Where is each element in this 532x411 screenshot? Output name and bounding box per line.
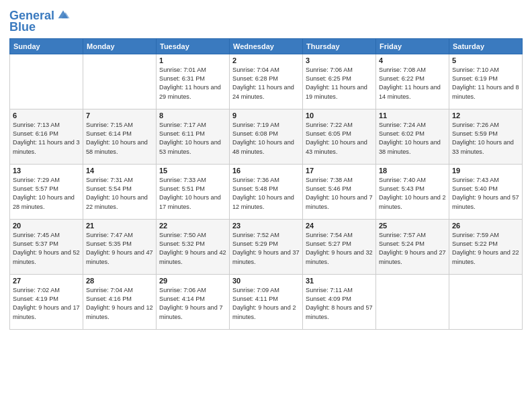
calendar-cell: 27Sunrise: 7:02 AMSunset: 4:19 PMDayligh…: [10, 274, 83, 329]
day-number: 30: [232, 277, 300, 285]
day-number: 19: [452, 167, 519, 175]
calendar-cell: 5Sunrise: 7:10 AMSunset: 6:19 PMDaylight…: [449, 54, 523, 109]
day-number: 9: [232, 111, 300, 120]
day-info: Sunrise: 7:40 AMSunset: 5:43 PMDaylight:…: [379, 176, 446, 212]
day-info: Sunrise: 7:52 AMSunset: 5:29 PMDaylight:…: [232, 231, 300, 267]
calendar-weekday-thursday: Thursday: [303, 38, 376, 54]
calendar-cell: [83, 54, 157, 109]
calendar-cell: [376, 274, 449, 329]
day-number: 24: [306, 222, 373, 230]
calendar-weekday-monday: Monday: [83, 38, 157, 54]
calendar-week-row: 6Sunrise: 7:13 AMSunset: 6:16 PMDaylight…: [10, 109, 523, 164]
day-info: Sunrise: 7:17 AMSunset: 6:11 PMDaylight:…: [159, 121, 226, 156]
day-number: 16: [232, 167, 300, 175]
day-info: Sunrise: 7:06 AMSunset: 4:14 PMDaylight:…: [159, 286, 226, 322]
day-info: Sunrise: 7:47 AMSunset: 5:35 PMDaylight:…: [86, 231, 153, 267]
day-info: Sunrise: 7:13 AMSunset: 6:16 PMDaylight:…: [13, 121, 80, 156]
calendar-weekday-wednesday: Wednesday: [230, 38, 303, 54]
calendar-cell: 18Sunrise: 7:40 AMSunset: 5:43 PMDayligh…: [376, 164, 449, 219]
calendar-week-row: 1Sunrise: 7:01 AMSunset: 6:31 PMDaylight…: [10, 54, 523, 109]
calendar-cell: 19Sunrise: 7:43 AMSunset: 5:40 PMDayligh…: [449, 164, 523, 219]
calendar-cell: 1Sunrise: 7:01 AMSunset: 6:31 PMDaylight…: [157, 54, 230, 109]
day-info: Sunrise: 7:50 AMSunset: 5:32 PMDaylight:…: [159, 231, 226, 267]
day-info: Sunrise: 7:57 AMSunset: 5:24 PMDaylight:…: [379, 231, 446, 267]
calendar-cell: 26Sunrise: 7:59 AMSunset: 5:22 PMDayligh…: [449, 219, 523, 274]
day-number: 18: [379, 167, 446, 175]
calendar-cell: 3Sunrise: 7:06 AMSunset: 6:25 PMDaylight…: [303, 54, 376, 109]
day-number: 5: [452, 56, 519, 64]
day-number: 3: [306, 56, 373, 64]
calendar-cell: 8Sunrise: 7:17 AMSunset: 6:11 PMDaylight…: [157, 109, 230, 164]
day-number: 20: [13, 222, 80, 230]
day-info: Sunrise: 7:06 AMSunset: 6:25 PMDaylight:…: [306, 66, 373, 101]
day-number: 31: [306, 277, 373, 285]
calendar-weekday-sunday: Sunday: [10, 38, 83, 54]
calendar-cell: 14Sunrise: 7:31 AMSunset: 5:54 PMDayligh…: [83, 164, 157, 219]
day-info: Sunrise: 7:01 AMSunset: 6:31 PMDaylight:…: [159, 66, 226, 101]
calendar-cell: 13Sunrise: 7:29 AMSunset: 5:57 PMDayligh…: [10, 164, 83, 219]
calendar-cell: [10, 54, 83, 109]
logo: General Blue: [9, 9, 71, 34]
calendar-week-row: 27Sunrise: 7:02 AMSunset: 4:19 PMDayligh…: [10, 274, 523, 329]
day-info: Sunrise: 7:24 AMSunset: 6:02 PMDaylight:…: [379, 121, 446, 156]
calendar-cell: 10Sunrise: 7:22 AMSunset: 6:05 PMDayligh…: [303, 109, 376, 164]
day-number: 25: [379, 222, 446, 230]
day-number: 8: [159, 111, 226, 120]
calendar-cell: 20Sunrise: 7:45 AMSunset: 5:37 PMDayligh…: [10, 219, 83, 274]
calendar-cell: 12Sunrise: 7:26 AMSunset: 5:59 PMDayligh…: [449, 109, 523, 164]
day-number: 26: [452, 222, 519, 230]
day-info: Sunrise: 7:22 AMSunset: 6:05 PMDaylight:…: [306, 121, 373, 156]
day-info: Sunrise: 7:29 AMSunset: 5:57 PMDaylight:…: [13, 176, 80, 212]
day-number: 23: [232, 222, 300, 230]
day-number: 1: [159, 56, 226, 64]
day-info: Sunrise: 7:11 AMSunset: 4:09 PMDaylight:…: [306, 286, 373, 322]
calendar-cell: 28Sunrise: 7:04 AMSunset: 4:16 PMDayligh…: [83, 274, 157, 329]
calendar-cell: 29Sunrise: 7:06 AMSunset: 4:14 PMDayligh…: [157, 274, 230, 329]
day-info: Sunrise: 7:04 AMSunset: 6:28 PMDaylight:…: [232, 66, 300, 101]
calendar-cell: 24Sunrise: 7:54 AMSunset: 5:27 PMDayligh…: [303, 219, 376, 274]
day-info: Sunrise: 7:26 AMSunset: 5:59 PMDaylight:…: [452, 121, 519, 156]
day-number: 14: [86, 167, 153, 175]
calendar-cell: 30Sunrise: 7:09 AMSunset: 4:11 PMDayligh…: [230, 274, 303, 329]
calendar-cell: 31Sunrise: 7:11 AMSunset: 4:09 PMDayligh…: [303, 274, 376, 329]
day-number: 27: [13, 277, 80, 285]
page-container: General Blue SundayMondayTuesdayWednesda…: [0, 0, 532, 336]
logo-icon: [56, 7, 71, 22]
day-number: 11: [379, 111, 446, 120]
day-number: 29: [159, 277, 226, 285]
day-number: 15: [159, 167, 226, 175]
day-info: Sunrise: 7:15 AMSunset: 6:14 PMDaylight:…: [86, 121, 153, 156]
day-info: Sunrise: 7:59 AMSunset: 5:22 PMDaylight:…: [452, 231, 519, 267]
day-number: 2: [232, 56, 300, 64]
day-number: 21: [86, 222, 153, 230]
day-info: Sunrise: 7:09 AMSunset: 4:11 PMDaylight:…: [232, 286, 300, 322]
day-number: 12: [452, 111, 519, 120]
calendar-cell: 16Sunrise: 7:36 AMSunset: 5:48 PMDayligh…: [230, 164, 303, 219]
calendar-weekday-saturday: Saturday: [449, 38, 523, 54]
calendar-weekday-tuesday: Tuesday: [157, 38, 230, 54]
day-info: Sunrise: 7:04 AMSunset: 4:16 PMDaylight:…: [86, 286, 153, 322]
day-info: Sunrise: 7:08 AMSunset: 6:22 PMDaylight:…: [379, 66, 446, 101]
day-info: Sunrise: 7:54 AMSunset: 5:27 PMDaylight:…: [306, 231, 373, 267]
day-number: 17: [306, 167, 373, 175]
day-number: 4: [379, 56, 446, 64]
calendar-cell: 11Sunrise: 7:24 AMSunset: 6:02 PMDayligh…: [376, 109, 449, 164]
calendar-cell: 6Sunrise: 7:13 AMSunset: 6:16 PMDaylight…: [10, 109, 83, 164]
calendar-cell: 21Sunrise: 7:47 AMSunset: 5:35 PMDayligh…: [83, 219, 157, 274]
calendar-cell: 4Sunrise: 7:08 AMSunset: 6:22 PMDaylight…: [376, 54, 449, 109]
day-number: 7: [86, 111, 153, 120]
day-info: Sunrise: 7:33 AMSunset: 5:51 PMDaylight:…: [159, 176, 226, 212]
day-number: 28: [86, 277, 153, 285]
calendar-header-row: SundayMondayTuesdayWednesdayThursdayFrid…: [10, 38, 523, 54]
day-info: Sunrise: 7:19 AMSunset: 6:08 PMDaylight:…: [232, 121, 300, 156]
calendar-cell: 9Sunrise: 7:19 AMSunset: 6:08 PMDaylight…: [230, 109, 303, 164]
calendar-week-row: 20Sunrise: 7:45 AMSunset: 5:37 PMDayligh…: [10, 219, 523, 274]
day-info: Sunrise: 7:38 AMSunset: 5:46 PMDaylight:…: [306, 176, 373, 212]
day-info: Sunrise: 7:31 AMSunset: 5:54 PMDaylight:…: [86, 176, 153, 212]
day-info: Sunrise: 7:36 AMSunset: 5:48 PMDaylight:…: [232, 176, 300, 212]
calendar-cell: [449, 274, 523, 329]
calendar-cell: 2Sunrise: 7:04 AMSunset: 6:28 PMDaylight…: [230, 54, 303, 109]
day-number: 6: [13, 111, 80, 120]
day-number: 22: [159, 222, 226, 230]
calendar-cell: 25Sunrise: 7:57 AMSunset: 5:24 PMDayligh…: [376, 219, 449, 274]
